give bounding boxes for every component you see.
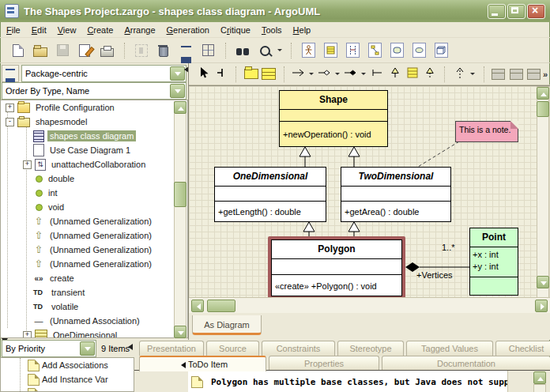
- expander-plus-icon[interactable]: +: [6, 104, 14, 112]
- open-project-button[interactable]: [30, 40, 51, 61]
- class-tool-button[interactable]: [260, 66, 277, 83]
- class-shape[interactable]: Shape +newOperation() : void: [279, 90, 388, 147]
- new-activity-diagram-button[interactable]: [409, 40, 429, 61]
- scrollbar-thumb[interactable]: [174, 182, 186, 207]
- new-collaboration-diagram-button[interactable]: [364, 40, 385, 61]
- canvas-vscrollbar[interactable]: [537, 86, 549, 297]
- minimize-button[interactable]: [488, 4, 506, 19]
- tab-constraints[interactable]: Constraints: [262, 341, 335, 356]
- tree-item-unattachedcollaboration[interactable]: +unattachedCollaboration: [1, 157, 187, 172]
- new-statechart-diagram-button[interactable]: [386, 40, 407, 61]
- new-usecase-diagram-button[interactable]: [298, 40, 318, 61]
- class-compartments-tool-button[interactable]: [404, 66, 420, 83]
- dropdown-arrow-icon[interactable]: [335, 73, 340, 77]
- new-project-button[interactable]: [8, 40, 28, 61]
- maximize-button[interactable]: [507, 4, 526, 19]
- class-onedimensional[interactable]: OneDimensional +getLength() : double: [214, 167, 326, 222]
- scrollbar-thumb[interactable]: [537, 101, 549, 117]
- scroll-up-button[interactable]: [174, 101, 186, 114]
- dropdown-arrow-icon[interactable]: [277, 49, 282, 54]
- menu-file[interactable]: File: [6, 25, 21, 35]
- ordering-combo[interactable]: Order By Type, Name: [2, 82, 186, 100]
- todo-item-add-instance-var[interactable]: Add Instance Var: [1, 372, 134, 386]
- uml-note[interactable]: This is a note.: [455, 121, 518, 142]
- scroll-left-button[interactable]: [191, 300, 204, 312]
- tree-item-create[interactable]: create: [1, 271, 187, 285]
- todo-item-partial[interactable]: [1, 386, 134, 392]
- scroll-down-button[interactable]: [537, 276, 549, 288]
- tab-as-diagram[interactable]: As Diagram: [192, 315, 262, 335]
- canvas-hscrollbar[interactable]: [189, 297, 550, 314]
- perspective-combo[interactable]: Package-centric: [21, 65, 186, 82]
- tree-item-unnamed-association[interactable]: (Unnamed Association): [1, 314, 187, 328]
- close-button[interactable]: [527, 4, 545, 19]
- multiplicity-label[interactable]: 1..*: [442, 243, 455, 252]
- remove-from-diagram-button[interactable]: [131, 40, 152, 61]
- menu-generation[interactable]: Generation: [167, 25, 209, 35]
- package-tool-button[interactable]: [243, 66, 259, 83]
- new-deployment-diagram-button[interactable]: [431, 40, 451, 61]
- scroll-up-button[interactable]: [537, 87, 549, 100]
- todo-item-text-area[interactable]: Polygon has multiple base classes, but J…: [188, 371, 508, 392]
- delete-from-model-button[interactable]: [153, 40, 174, 61]
- tab-properties[interactable]: Properties: [269, 356, 379, 370]
- save-project-button[interactable]: [52, 40, 73, 61]
- explorer-scrollbar[interactable]: [174, 101, 186, 338]
- tree-item-unnamed-generalization[interactable]: (Unnamed Generalization): [1, 257, 187, 271]
- generalization-tool-button[interactable]: [386, 66, 403, 83]
- tab-stereotype[interactable]: Stereotype: [337, 341, 404, 356]
- tree-item-unnamed-generalization[interactable]: (Unnamed Generalization): [1, 214, 187, 228]
- tree-item-use-case-diagram-1[interactable]: Use Case Diagram 1: [1, 143, 187, 157]
- tree-item-profile-configuration[interactable]: +Profile Configuration: [1, 100, 187, 115]
- tree-item-void[interactable]: void: [1, 200, 187, 214]
- realization-tool-button[interactable]: [421, 66, 438, 83]
- menu-create[interactable]: Create: [87, 25, 113, 35]
- chevron-down-icon[interactable]: [80, 341, 95, 356]
- toolbar-overflow-button[interactable]: »: [543, 70, 548, 79]
- class-point[interactable]: Point +x : int +y : int: [469, 228, 518, 296]
- tree-item-shapesmodel[interactable]: -shapesmodel: [1, 115, 187, 129]
- tab-tagged-values[interactable]: Tagged Values: [406, 341, 493, 356]
- menu-arrange[interactable]: Arrange: [124, 25, 155, 35]
- expander-plus-icon[interactable]: +: [23, 331, 32, 339]
- expander-minus-icon[interactable]: -: [6, 118, 14, 126]
- class-twodimensional[interactable]: TwoDimensional +getArea() : double: [341, 167, 451, 222]
- new-class-diagram-button[interactable]: [320, 40, 341, 61]
- print-button[interactable]: [96, 40, 117, 61]
- uniassociation-tool-button[interactable]: [369, 66, 386, 83]
- expander-plus-icon[interactable]: +: [23, 160, 32, 169]
- diagram-canvas[interactable]: Shape +newOperation() : void OneDimensio…: [189, 85, 550, 297]
- association-role-label[interactable]: +Vertices: [416, 270, 453, 280]
- tab-todo-item[interactable]: ToDo Item: [139, 356, 266, 371]
- tree-item-onedimensional[interactable]: +OneDimensional: [1, 328, 187, 338]
- todo-filter-combo[interactable]: By Priority: [2, 340, 96, 357]
- menu-edit[interactable]: Edit: [32, 25, 47, 35]
- todo-item-add-associations[interactable]: Add Associations: [1, 358, 134, 372]
- broom-tool-button[interactable]: [213, 66, 229, 83]
- new-attribute-tool-button[interactable]: [490, 66, 507, 83]
- tree-item-double[interactable]: double: [1, 172, 187, 186]
- tab-documentation[interactable]: Documentation: [382, 356, 550, 370]
- tree-item-unnamed-generalization[interactable]: (Unnamed Generalization): [1, 243, 187, 257]
- select-tool-button[interactable]: [195, 66, 212, 83]
- dropdown-arrow-icon[interactable]: [309, 73, 314, 77]
- new-operation-tool-button[interactable]: [508, 66, 525, 83]
- chevron-down-icon[interactable]: [170, 84, 185, 98]
- tree-item-shapes-class-diagram[interactable]: shapes class diagram: [1, 129, 187, 143]
- composition-tool-button[interactable]: [343, 66, 360, 83]
- todo-list-button[interactable]: [175, 40, 196, 61]
- tree-item-unnamed-generalization[interactable]: (Unnamed Generalization): [1, 228, 187, 243]
- scroll-up-button[interactable]: [533, 371, 546, 384]
- new-sequence-diagram-button[interactable]: [342, 40, 363, 61]
- tab-presentation[interactable]: Presentation: [139, 341, 204, 356]
- menu-view[interactable]: View: [58, 25, 77, 35]
- tab-source[interactable]: Source: [206, 341, 259, 356]
- association-tool-button[interactable]: [290, 66, 307, 83]
- tree-item-volatile[interactable]: volatile: [1, 300, 187, 314]
- new-datatype-tool-button[interactable]: [526, 66, 542, 83]
- tab-checklist[interactable]: Checklist: [495, 341, 550, 356]
- dropdown-arrow-icon[interactable]: [361, 73, 366, 77]
- find-button[interactable]: [232, 40, 253, 61]
- project-settings-button[interactable]: [74, 40, 95, 61]
- configure-perspectives-button[interactable]: [2, 65, 19, 82]
